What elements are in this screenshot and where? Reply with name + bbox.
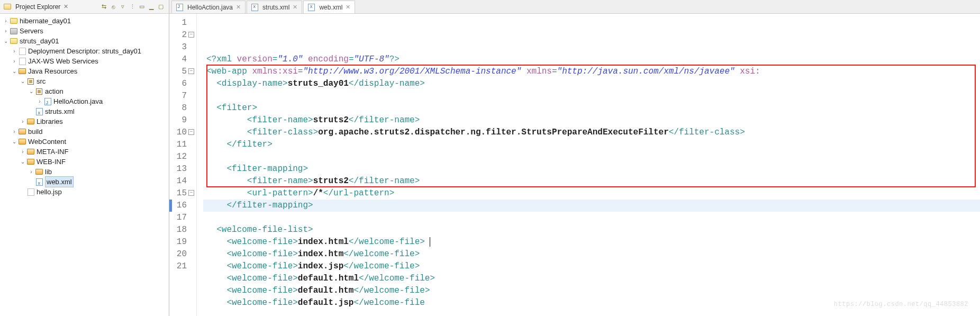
tree-item-label: lib bbox=[45, 167, 52, 177]
tree-item[interactable]: ⌄WebContent bbox=[2, 137, 169, 147]
tree-item[interactable]: ›lib bbox=[2, 167, 169, 177]
fx-icon bbox=[307, 3, 315, 12]
code-line[interactable]: <welcome-file>index.html</welcome-file> bbox=[206, 236, 980, 248]
tree-item[interactable]: web.xml bbox=[2, 177, 169, 187]
expand-toggle-icon[interactable]: ⌄ bbox=[19, 76, 26, 86]
tree-item[interactable]: ›Deployment Descriptor: struts_day01 bbox=[2, 46, 169, 56]
close-tab-icon[interactable]: ✕ bbox=[236, 4, 241, 11]
expand-toggle-icon[interactable]: › bbox=[28, 167, 35, 177]
code-token bbox=[206, 152, 216, 161]
expand-toggle-icon[interactable]: ⌄ bbox=[11, 66, 18, 76]
line-number: 11 bbox=[169, 139, 187, 151]
tree-item[interactable]: ⌄WEB-INF bbox=[2, 157, 169, 167]
code-token: <filter-name> bbox=[247, 176, 313, 186]
code-line[interactable]: <welcome-file-list> bbox=[206, 224, 980, 236]
fold-toggle-icon[interactable]: − bbox=[188, 190, 194, 196]
line-number: 20 bbox=[169, 248, 187, 260]
editor-tab-label: HelloAction.java bbox=[187, 4, 233, 11]
code-line[interactable]: <welcome-file>index.jsp</welcome-file> bbox=[206, 260, 980, 273]
code-line[interactable]: <filter> bbox=[206, 102, 980, 114]
code-token bbox=[206, 128, 247, 137]
code-line[interactable]: <web-app xmlns:xsi="http://www.w3.org/20… bbox=[206, 66, 980, 78]
tree-item[interactable]: ›META-INF bbox=[2, 147, 169, 157]
collapse-all-icon[interactable]: ⇆ bbox=[99, 2, 108, 12]
code-line[interactable]: <filter-name>struts2</filter-name> bbox=[206, 175, 980, 187]
tree-item[interactable]: ⌄action bbox=[2, 86, 169, 96]
code-token bbox=[206, 164, 226, 174]
tree-item[interactable]: struts.xml bbox=[2, 106, 169, 116]
tree-item[interactable]: ⌄src bbox=[2, 76, 169, 86]
link-editor-icon[interactable]: ⎋ bbox=[108, 2, 118, 12]
editor-tab[interactable]: web.xml✕ bbox=[303, 1, 355, 13]
expand-toggle-icon[interactable]: ⌄ bbox=[2, 36, 10, 46]
tree-item[interactable]: ⌄Java Resources bbox=[2, 66, 169, 76]
expand-toggle-icon[interactable]: › bbox=[2, 16, 10, 26]
tree-item[interactable]: ⌄struts_day01 bbox=[2, 36, 169, 46]
line-number: 14 bbox=[169, 175, 187, 187]
code-line[interactable]: <?xml version="1.0" encoding="UTF-8"?> bbox=[206, 53, 980, 66]
code-token bbox=[206, 103, 216, 113]
tree-item[interactable]: hello.jsp bbox=[2, 187, 169, 197]
expand-toggle-icon[interactable]: › bbox=[11, 127, 18, 137]
code-line[interactable]: <url-pattern>/*</url-pattern> bbox=[206, 187, 980, 200]
code-line[interactable]: </filter> bbox=[206, 139, 980, 151]
tree-item[interactable]: ›hibernate_day01 bbox=[2, 16, 169, 26]
editor-tab[interactable]: struts.xml✕ bbox=[247, 1, 302, 13]
project-tree[interactable]: ›hibernate_day01›Servers⌄struts_day01›De… bbox=[0, 14, 169, 316]
code-token: index.htm bbox=[298, 249, 343, 259]
tree-item[interactable]: ›Servers bbox=[2, 26, 169, 36]
view-menu-icon[interactable]: ⋮ bbox=[128, 2, 137, 12]
tree-item[interactable]: ›HelloAction.java bbox=[2, 96, 169, 106]
minimize-icon[interactable]: ▁ bbox=[147, 2, 156, 12]
expand-toggle-icon[interactable]: ⌄ bbox=[28, 86, 35, 96]
code-line[interactable]: <filter-class>org.apache.struts2.dispatc… bbox=[206, 127, 980, 139]
expand-toggle-icon[interactable]: › bbox=[19, 147, 26, 157]
code-line[interactable] bbox=[206, 90, 980, 102]
project-explorer-header: Project Explorer ✕ ⇆ ⎋ ▿ ⋮ ▭ ▁ ▢ bbox=[0, 0, 169, 14]
close-tab-icon[interactable]: ✕ bbox=[346, 4, 350, 11]
fj-icon bbox=[175, 3, 184, 12]
tree-item-label: struts_day01 bbox=[20, 36, 59, 46]
code-line[interactable] bbox=[206, 212, 980, 224]
expand-toggle-icon[interactable]: › bbox=[11, 56, 18, 66]
code-token: <welcome-file> bbox=[226, 261, 297, 271]
tree-item-label: HelloAction.java bbox=[53, 96, 103, 106]
text-caret bbox=[425, 237, 431, 247]
fold-toggle-icon[interactable]: − bbox=[188, 129, 194, 135]
tree-item-label: hello.jsp bbox=[37, 187, 62, 197]
fold-toggle-icon[interactable]: − bbox=[188, 32, 194, 38]
line-number: 12 bbox=[169, 151, 187, 163]
project-explorer-panel: Project Explorer ✕ ⇆ ⎋ ▿ ⋮ ▭ ▁ ▢ ›hibern… bbox=[0, 0, 169, 316]
tree-item[interactable]: ›JAX-WS Web Services bbox=[2, 56, 169, 66]
fold-toggle-icon[interactable]: − bbox=[188, 68, 194, 74]
fld-y-icon bbox=[10, 37, 18, 46]
code-line[interactable]: <welcome-file>default.jsp</welcome-file bbox=[206, 297, 980, 309]
code-line[interactable]: <welcome-file>default.html</welcome-file… bbox=[206, 273, 980, 285]
expand-toggle-icon[interactable]: › bbox=[19, 116, 26, 127]
code-editor[interactable]: 12−345−678910−1112131415−161718192021 ht… bbox=[169, 14, 980, 316]
close-tab-icon[interactable]: ✕ bbox=[293, 4, 297, 11]
editor-tab[interactable]: HelloAction.java✕ bbox=[171, 1, 246, 13]
fx-icon bbox=[35, 107, 43, 116]
code-token bbox=[206, 91, 216, 101]
code-line[interactable]: <display-name>struts_day01</display-name… bbox=[206, 78, 980, 90]
focus-icon[interactable]: ▭ bbox=[137, 2, 147, 12]
code-line[interactable]: <welcome-file>default.htm</welcome-file> bbox=[206, 285, 980, 297]
expand-toggle-icon[interactable]: ⌄ bbox=[11, 137, 18, 147]
tree-item[interactable]: ›Libraries bbox=[2, 116, 169, 127]
expand-toggle-icon[interactable]: ⌄ bbox=[19, 157, 26, 167]
expand-toggle-icon[interactable]: › bbox=[11, 46, 18, 56]
maximize-icon[interactable]: ▢ bbox=[156, 2, 166, 12]
filter-icon[interactable]: ▿ bbox=[118, 2, 128, 12]
tree-item[interactable]: ›build bbox=[2, 127, 169, 137]
code-line[interactable]: <welcome-file>index.htm</welcome-file> bbox=[206, 248, 980, 260]
code-token: default.htm bbox=[298, 286, 354, 295]
code-line[interactable]: <filter-name>struts2</filter-name> bbox=[206, 114, 980, 127]
line-number: 21 bbox=[169, 260, 187, 273]
expand-toggle-icon[interactable]: › bbox=[36, 96, 43, 106]
expand-toggle-icon[interactable]: › bbox=[2, 26, 10, 36]
code-line[interactable] bbox=[206, 151, 980, 163]
code-line[interactable]: <filter-mapping> bbox=[206, 163, 980, 175]
code-content[interactable]: https://blog.csdn.net/qq_44853882 <?xml … bbox=[203, 14, 980, 316]
code-line[interactable]: </filter-mapping> bbox=[206, 200, 980, 212]
